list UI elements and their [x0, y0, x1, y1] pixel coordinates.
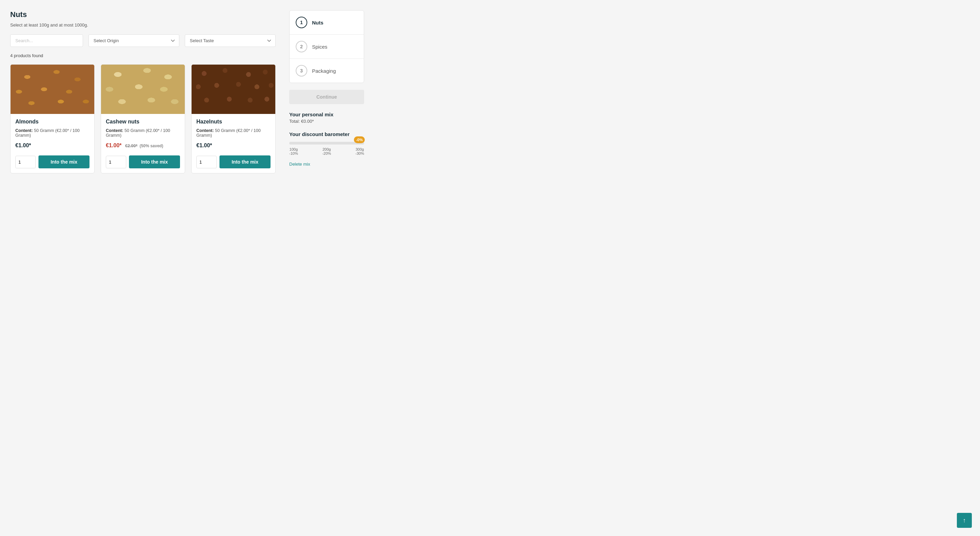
- product-actions: Into the mix: [11, 155, 94, 173]
- add-to-mix-button[interactable]: Into the mix: [38, 155, 89, 168]
- step-item-packaging: 3 Packaging: [290, 59, 364, 82]
- continue-button[interactable]: Continue: [289, 90, 364, 104]
- personal-mix-total: Total: €0.00*: [289, 119, 364, 124]
- step-circle-2: 2: [296, 41, 307, 52]
- discount-amount: 300g: [355, 147, 364, 151]
- add-to-mix-button[interactable]: Into the mix: [129, 155, 180, 168]
- search-input[interactable]: [10, 34, 83, 47]
- quantity-input[interactable]: [106, 156, 126, 168]
- product-price: €1.00*: [196, 143, 270, 149]
- product-content: Content: 50 Gramm (€2.00* / 100 Gramm): [15, 128, 89, 138]
- personal-mix-section: Your personal mix Total: €0.00*: [289, 111, 364, 124]
- product-info: Almonds Content: 50 Gramm (€2.00* / 100 …: [11, 114, 94, 155]
- discount-barometer-section: Your discount barometer -0% 100g -10% 20…: [289, 131, 364, 155]
- taste-filter-container: Select Taste Sweet Salty Roasted: [185, 34, 275, 47]
- product-name: Almonds: [15, 119, 89, 125]
- products-count: 4 products found: [10, 53, 275, 58]
- product-image-hazelnuts: [192, 65, 275, 114]
- step-circle-3: 3: [296, 65, 307, 76]
- scroll-top-icon: ↑: [963, 517, 966, 524]
- taste-select[interactable]: Select Taste Sweet Salty Roasted: [185, 34, 275, 47]
- step-label-nuts: Nuts: [312, 20, 323, 25]
- discount-badge: -0%: [354, 136, 365, 143]
- discount-label-200g: 200g -20%: [322, 147, 331, 155]
- sale-price: €1.00*: [106, 143, 121, 148]
- discount-pct: -20%: [322, 151, 331, 155]
- price-old: €2.00*: [125, 144, 137, 148]
- step-circle-1: 1: [296, 17, 307, 28]
- product-name: Cashew nuts: [106, 119, 180, 125]
- steps-card: 1 Nuts 2 Spices 3 Packaging: [289, 10, 364, 83]
- product-card: Cashew nuts Content: 50 Gramm (€2.00* / …: [101, 64, 185, 173]
- discount-pct: -30%: [355, 151, 364, 155]
- product-info: Hazelnuts Content: 50 Gramm (€2.00* / 10…: [192, 114, 275, 155]
- products-grid: Almonds Content: 50 Gramm (€2.00* / 100 …: [10, 64, 275, 207]
- product-card: Hazelnuts Content: 50 Gramm (€2.00* / 10…: [191, 64, 275, 173]
- discount-barometer-title: Your discount barometer: [289, 131, 364, 137]
- add-to-mix-button[interactable]: Into the mix: [220, 155, 270, 168]
- discount-bar-track: -0%: [289, 142, 364, 144]
- step-item-spices: 2 Spices: [290, 35, 364, 59]
- product-image-cashews: [101, 65, 185, 114]
- discount-pct: -10%: [289, 151, 298, 155]
- product-content: Content: 50 Gramm (€2.00* / 100 Gramm): [196, 128, 270, 138]
- discount-bar-wrapper: -0%: [289, 142, 364, 144]
- product-info: Cashew nuts Content: 50 Gramm (€2.00* / …: [101, 114, 185, 155]
- product-price: €1.00*: [15, 143, 89, 149]
- content-label: Content:: [196, 128, 214, 133]
- product-content: Content: 50 Gramm (€2.00* / 100 Gramm): [106, 128, 180, 138]
- step-item-nuts: 1 Nuts: [290, 11, 364, 35]
- quantity-input[interactable]: [15, 156, 36, 168]
- search-container: [10, 34, 83, 47]
- main-content: Nuts Select at least 100g and at most 10…: [10, 10, 275, 526]
- quantity-input[interactable]: [196, 156, 217, 168]
- product-actions: Into the mix: [192, 155, 275, 173]
- product-image-almonds: [11, 65, 94, 114]
- discount-amount: 100g: [289, 147, 298, 151]
- step-label-packaging: Packaging: [312, 68, 336, 74]
- discount-label-300g: 300g -30%: [355, 147, 364, 155]
- sidebar: 1 Nuts 2 Spices 3 Packaging Continue You…: [289, 10, 364, 526]
- origin-select[interactable]: Select Origin Europe Asia America: [89, 34, 179, 47]
- product-card: Almonds Content: 50 Gramm (€2.00* / 100 …: [10, 64, 95, 173]
- personal-mix-title: Your personal mix: [289, 111, 364, 117]
- content-label: Content:: [106, 128, 123, 133]
- discount-amount: 200g: [322, 147, 331, 151]
- product-actions: Into the mix: [101, 155, 185, 173]
- delete-mix-link[interactable]: Delete mix: [289, 162, 310, 167]
- discount-label-100g: 100g -10%: [289, 147, 298, 155]
- step-label-spices: Spices: [312, 44, 327, 50]
- origin-filter-container: Select Origin Europe Asia America: [89, 34, 179, 47]
- filters-bar: Select Origin Europe Asia America Select…: [10, 34, 275, 47]
- discount-labels: 100g -10% 200g -20% 300g -30%: [289, 147, 364, 155]
- price-saved: (50% saved): [140, 144, 163, 148]
- page-title: Nuts: [10, 10, 275, 19]
- product-name: Hazelnuts: [196, 119, 270, 125]
- product-price: €1.00* €2.00* (50% saved): [106, 143, 180, 149]
- content-label: Content:: [15, 128, 33, 133]
- scroll-to-top-button[interactable]: ↑: [957, 513, 972, 528]
- page-subtitle: Select at least 100g and at most 1000g.: [10, 22, 275, 27]
